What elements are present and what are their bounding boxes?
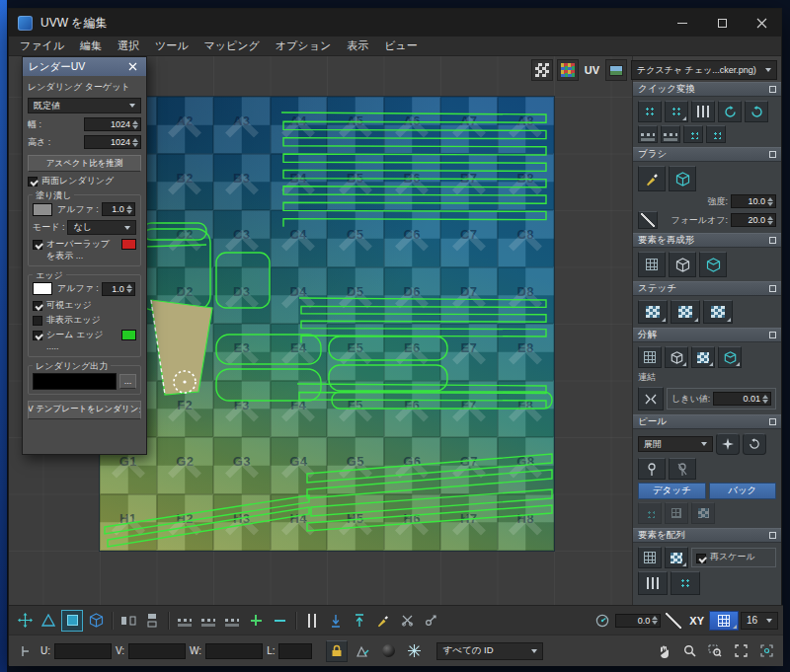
falloff-curve-button[interactable]	[638, 211, 658, 229]
preview-selection-button[interactable]	[352, 640, 373, 662]
spinner-arrows-icon[interactable]	[652, 616, 658, 625]
back-button[interactable]: バック	[709, 483, 777, 499]
dialog-close-button[interactable]	[124, 59, 140, 75]
menu-item-3[interactable]: ツール	[147, 37, 197, 55]
uv-wireframe[interactable]	[100, 97, 554, 551]
snap-top-button[interactable]	[683, 125, 703, 143]
spinner-arrows-icon[interactable]	[126, 205, 132, 214]
zoom-to-selection-button[interactable]	[755, 640, 777, 662]
close-button[interactable]	[742, 9, 781, 37]
move-snap-button[interactable]	[638, 101, 662, 122]
visible-edges-checkbox[interactable]: 可視エッジ	[33, 300, 136, 311]
straighten-selection-button[interactable]	[638, 252, 666, 277]
menu-item-1[interactable]: 編集	[72, 37, 110, 55]
spinner-arrows-icon[interactable]	[132, 138, 138, 147]
seam-edges-checkbox[interactable]: シーム エッジ .....	[33, 330, 136, 352]
l-coordinate-field[interactable]	[278, 643, 312, 659]
render-target-dropdown[interactable]: 既定値	[28, 98, 141, 113]
target-weld-button[interactable]	[420, 610, 441, 632]
flatten-by-material-button[interactable]	[691, 346, 715, 368]
section-reshape-elements[interactable]: 要素を再成形	[633, 233, 781, 248]
spinner-arrows-icon[interactable]	[132, 120, 138, 129]
stitch-source-button[interactable]	[671, 300, 700, 324]
falloff-spinner[interactable]: 20.0	[731, 213, 776, 227]
distribute-button[interactable]	[691, 101, 715, 122]
flatten-by-smoothing-button[interactable]	[665, 346, 688, 368]
convert-to-seam-button[interactable]	[691, 502, 715, 524]
v-coordinate-field[interactable]	[128, 643, 186, 659]
titlebar[interactable]: UVW を編集	[9, 9, 781, 37]
quick-peel-button[interactable]	[716, 433, 740, 455]
mode-dropdown[interactable]: なし	[67, 220, 136, 235]
point-to-point-seam-button[interactable]	[665, 502, 688, 524]
checker-pattern-button[interactable]	[557, 59, 579, 81]
render-uv-template-button[interactable]: UV テンプレートをレンダリング	[28, 401, 141, 419]
show-grid-button[interactable]	[531, 59, 553, 81]
align-points-button[interactable]	[665, 101, 688, 122]
menu-item-2[interactable]: 選択	[110, 37, 147, 55]
peel-mode-dropdown[interactable]: 展開	[638, 436, 713, 452]
pan-button[interactable]	[653, 640, 674, 662]
section-quick-transform[interactable]: クイック変換	[633, 82, 781, 97]
unpin-tool-button[interactable]	[669, 458, 696, 480]
grid-snap-button[interactable]	[709, 611, 739, 631]
output-path-field[interactable]	[33, 373, 117, 390]
w-coordinate-field[interactable]	[205, 643, 263, 659]
straighten-button[interactable]	[663, 610, 684, 632]
material-id-filter-dropdown[interactable]: すべての ID	[436, 642, 543, 660]
space-add-button[interactable]	[245, 610, 267, 632]
seam-color-swatch[interactable]	[121, 330, 136, 340]
rescale-checkbox[interactable]: 再スケール	[696, 552, 755, 562]
flatten-by-angle-button[interactable]	[638, 346, 662, 368]
edge-color-swatch[interactable]	[33, 282, 52, 295]
menu-item-6[interactable]: 表示	[339, 37, 376, 55]
flatten-custom-button[interactable]	[718, 346, 742, 368]
menu-item-7[interactable]: ビュー	[376, 37, 426, 55]
browse-button[interactable]: ...	[119, 374, 136, 389]
spinner-arrows-icon[interactable]	[767, 197, 773, 206]
align-right-button[interactable]	[221, 610, 243, 632]
freeze-button[interactable]	[403, 640, 425, 662]
paint-move-brush-button[interactable]	[638, 166, 666, 191]
maximize-button[interactable]	[702, 9, 742, 37]
freeform-tool-button[interactable]	[85, 610, 107, 632]
section-arrange-elements[interactable]: 要素を配列	[633, 528, 781, 543]
menu-item-0[interactable]: ファイル	[12, 37, 72, 55]
edge-alpha-spinner[interactable]: 1.0	[102, 282, 135, 296]
mirror-vertical-button[interactable]	[141, 610, 163, 632]
threshold-spinner[interactable]: 0.01	[713, 392, 771, 406]
overlap-color-swatch[interactable]	[121, 239, 136, 250]
u-coordinate-field[interactable]	[54, 643, 112, 659]
texture-preview-button[interactable]	[605, 59, 627, 81]
section-peel[interactable]: ピール	[633, 414, 781, 429]
zoom-region-button[interactable]	[704, 640, 726, 662]
height-spinner[interactable]: 1024	[84, 135, 141, 149]
stitch-custom-button[interactable]	[638, 300, 668, 324]
section-stitch[interactable]: ステッチ	[633, 281, 781, 296]
relax-until-flat-button[interactable]	[669, 252, 696, 277]
edge-loop-button[interactable]	[638, 502, 662, 524]
hidden-edges-checkbox[interactable]: 非表示エッジ	[33, 315, 136, 326]
align-center-button[interactable]	[198, 610, 219, 632]
pin-tool-button[interactable]	[638, 458, 666, 480]
align-left-button[interactable]	[174, 610, 196, 632]
cut-seams-button[interactable]	[396, 610, 418, 632]
relax-button[interactable]	[699, 252, 727, 277]
zoom-button[interactable]	[678, 640, 700, 662]
rotate-pack-button[interactable]	[638, 571, 668, 595]
section-explode[interactable]: 分解	[633, 328, 781, 342]
zoom-extents-button[interactable]	[730, 640, 751, 662]
snap-right-button[interactable]	[661, 125, 680, 143]
snap-left-button[interactable]	[638, 125, 658, 143]
scale-tool-button[interactable]	[61, 610, 83, 632]
rotate-ccw-button[interactable]	[718, 101, 742, 122]
show-overlap-checkbox[interactable]: オーバーラップを表示 ...	[33, 239, 136, 261]
move-tool-button[interactable]	[14, 610, 36, 632]
stitch-average-button[interactable]	[703, 300, 733, 324]
paint-select-button[interactable]	[372, 610, 394, 632]
fill-color-swatch[interactable]	[33, 203, 52, 216]
menu-item-4[interactable]: マッピング	[197, 37, 268, 55]
dialog-titlebar[interactable]: レンダーUV	[23, 57, 146, 76]
pack-normalize-button[interactable]	[638, 547, 662, 568]
distribute-vertical-button[interactable]	[301, 610, 323, 632]
